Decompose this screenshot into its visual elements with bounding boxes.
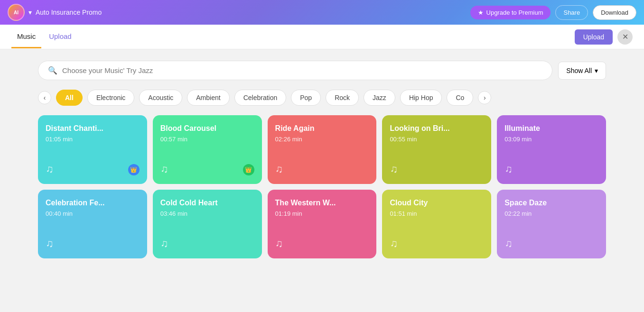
- genre-chip-celebration[interactable]: Celebration: [234, 90, 287, 106]
- music-grid: Distant Chanti... 01:05 min ♫ 👑 Blood Ca…: [38, 115, 606, 258]
- search-container: 🔍: [38, 61, 552, 80]
- music-note-icon-8: ♫: [390, 238, 398, 250]
- card-duration-8: 01:51 min: [390, 210, 484, 217]
- card-title-0: Distant Chanti...: [46, 124, 140, 133]
- card-duration-0: 01:05 min: [46, 136, 140, 143]
- main-content: 🔍 Show All ▾ ‹ All Electronic Acoustic A…: [0, 49, 644, 312]
- genre-prev-button[interactable]: ‹: [38, 91, 51, 104]
- card-title-1: Blood Carousel: [160, 124, 254, 133]
- card-duration-6: 03:46 min: [160, 210, 254, 217]
- music-note-icon-1: ♫: [160, 163, 168, 175]
- card-duration-1: 00:57 min: [160, 136, 254, 143]
- star-icon: ★: [478, 9, 484, 16]
- header-actions: ★ Upgrade to Premium Share Download: [470, 5, 636, 20]
- logo-area[interactable]: AI ▾ Auto Insurance Promo: [8, 4, 102, 21]
- music-note-icon-7: ♫: [275, 238, 283, 250]
- share-button[interactable]: Share: [555, 5, 588, 20]
- upgrade-premium-button[interactable]: ★ Upgrade to Premium: [470, 6, 551, 19]
- music-note-icon-6: ♫: [160, 238, 168, 250]
- music-card-4[interactable]: Illuminate 03:09 min ♫: [497, 115, 606, 184]
- genre-next-button[interactable]: ›: [478, 91, 491, 104]
- genre-chip-hiphop[interactable]: Hip Hop: [400, 90, 442, 106]
- header: AI ▾ Auto Insurance Promo ★ Upgrade to P…: [0, 0, 644, 25]
- search-icon: 🔍: [48, 66, 57, 75]
- crown-badge-1: 👑: [243, 164, 254, 175]
- music-note-icon-9: ♫: [504, 238, 513, 250]
- genre-chip-acoustic[interactable]: Acoustic: [139, 90, 182, 106]
- music-note-icon-2: ♫: [275, 163, 283, 175]
- project-name: Auto Insurance Promo: [36, 9, 102, 16]
- genre-chip-electronic[interactable]: Electronic: [87, 90, 134, 106]
- music-note-icon-5: ♫: [46, 238, 54, 250]
- nav-bar: Music Upload Upload ✕: [0, 25, 644, 49]
- crown-badge-0: 👑: [128, 164, 140, 175]
- genre-chip-pop[interactable]: Pop: [291, 90, 321, 106]
- upload-button[interactable]: Upload: [575, 29, 613, 45]
- close-icon: ✕: [622, 32, 628, 41]
- music-card-3[interactable]: Looking on Bri... 00:55 min ♫: [382, 115, 491, 184]
- search-row: 🔍 Show All ▾: [38, 61, 606, 80]
- genre-chip-jazz[interactable]: Jazz: [364, 90, 395, 106]
- card-duration-4: 03:09 min: [504, 136, 598, 143]
- nav-right: Upload ✕: [575, 29, 633, 45]
- search-input[interactable]: [62, 66, 542, 74]
- tab-music[interactable]: Music: [11, 26, 41, 48]
- card-duration-9: 02:22 min: [504, 210, 598, 217]
- close-button[interactable]: ✕: [617, 29, 633, 45]
- genre-chip-all[interactable]: All: [56, 90, 83, 106]
- card-title-6: Cold Cold Heart: [160, 198, 254, 207]
- genre-chip-ambient[interactable]: Ambient: [187, 90, 229, 106]
- chevron-down-icon: ▾: [595, 67, 598, 74]
- card-title-5: Celebration Fe...: [46, 198, 140, 207]
- card-title-7: The Western W...: [275, 198, 369, 207]
- music-card-6[interactable]: Cold Cold Heart 03:46 min ♫: [153, 190, 262, 258]
- chevron-right-icon: ›: [484, 94, 486, 101]
- music-card-8[interactable]: Cloud City 01:51 min ♫: [382, 190, 491, 258]
- card-title-3: Looking on Bri...: [390, 124, 484, 133]
- download-button[interactable]: Download: [593, 5, 636, 20]
- music-card-2[interactable]: Ride Again 02:26 min ♫: [268, 115, 377, 184]
- card-title-9: Space Daze: [504, 198, 598, 207]
- music-card-9[interactable]: Space Daze 02:22 min ♫: [497, 190, 606, 258]
- chevron-down-icon: ▾: [28, 9, 32, 16]
- genre-row: ‹ All Electronic Acoustic Ambient Celebr…: [38, 90, 606, 106]
- music-card-5[interactable]: Celebration Fe... 00:40 min ♫: [38, 190, 147, 258]
- genre-chip-co[interactable]: Co: [447, 90, 473, 106]
- nav-tabs: Music Upload: [11, 26, 77, 48]
- card-title-4: Illuminate: [504, 124, 598, 133]
- music-card-0[interactable]: Distant Chanti... 01:05 min ♫ 👑: [38, 115, 147, 184]
- genre-chip-rock[interactable]: Rock: [326, 90, 359, 106]
- chevron-left-icon: ‹: [44, 94, 46, 101]
- music-card-7[interactable]: The Western W... 01:19 min ♫: [268, 190, 377, 258]
- card-duration-2: 02:26 min: [275, 136, 369, 143]
- card-title-8: Cloud City: [390, 198, 484, 207]
- show-all-button[interactable]: Show All ▾: [558, 62, 606, 80]
- card-duration-7: 01:19 min: [275, 210, 369, 217]
- card-duration-3: 00:55 min: [390, 136, 484, 143]
- logo-icon: AI: [8, 4, 25, 21]
- card-title-2: Ride Again: [275, 124, 369, 133]
- music-card-1[interactable]: Blood Carousel 00:57 min ♫ 👑: [153, 115, 262, 184]
- music-note-icon-3: ♫: [390, 163, 398, 175]
- music-note-icon-0: ♫: [46, 163, 54, 175]
- card-duration-5: 00:40 min: [46, 210, 140, 217]
- tab-upload[interactable]: Upload: [43, 26, 77, 48]
- music-note-icon-4: ♫: [504, 163, 513, 175]
